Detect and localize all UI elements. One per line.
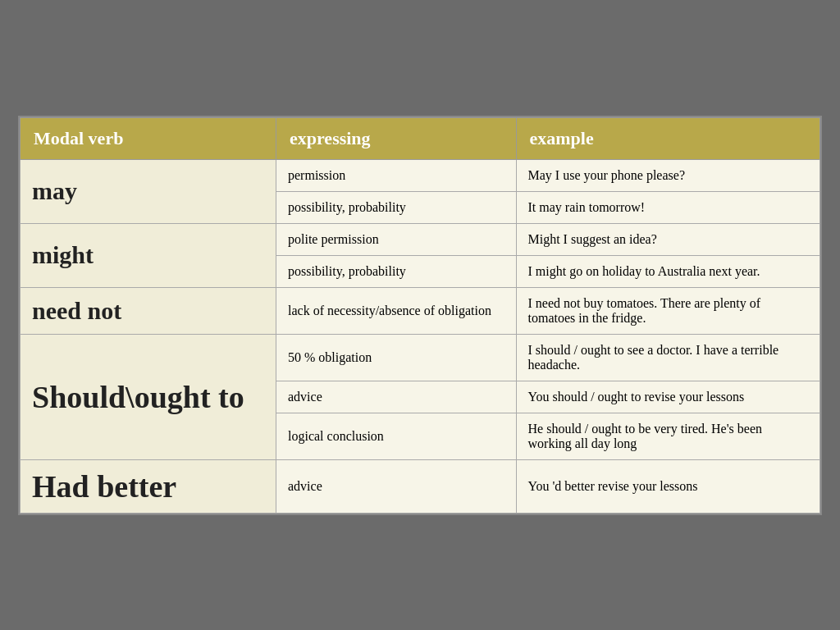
header-expressing: expressing — [276, 117, 517, 159]
example-cell: It may rain tomorrow! — [516, 191, 820, 223]
expressing-cell: lack of necessity/absence of obligation — [276, 287, 517, 334]
modal-verb-cell: might — [21, 223, 276, 287]
modal-verb-cell: may — [21, 159, 276, 223]
modal-verb-cell: Should\ought to — [21, 334, 276, 459]
expressing-cell: logical conclusion — [276, 413, 517, 459]
example-cell: Might I suggest an idea? — [516, 223, 820, 255]
expressing-cell: polite permission — [276, 223, 517, 255]
modal-verb-cell: Had better — [21, 459, 276, 513]
header-example: example — [516, 117, 820, 159]
expressing-cell: permission — [276, 159, 517, 191]
expressing-cell: 50 % obligation — [276, 334, 517, 381]
expressing-cell: advice — [276, 381, 517, 413]
example-cell: I might go on holiday to Australia next … — [516, 255, 820, 287]
modal-verb-cell: need not — [21, 287, 276, 334]
expressing-cell: possibility, probability — [276, 255, 517, 287]
example-cell: I need not buy tomatoes. There are plent… — [516, 287, 820, 334]
example-cell: May I use your phone please? — [516, 159, 820, 191]
expressing-cell: possibility, probability — [276, 191, 517, 223]
header-modal-verb: Modal verb — [21, 117, 276, 159]
example-cell: He should / ought to be very tired. He's… — [516, 413, 820, 459]
example-cell: You should / ought to revise your lesson… — [516, 381, 820, 413]
example-cell: I should / ought to see a doctor. I have… — [516, 334, 820, 381]
example-cell: You 'd better revise your lessons — [516, 459, 820, 513]
expressing-cell: advice — [276, 459, 517, 513]
modal-verbs-table: Modal verb expressing example maypermiss… — [18, 116, 822, 515]
